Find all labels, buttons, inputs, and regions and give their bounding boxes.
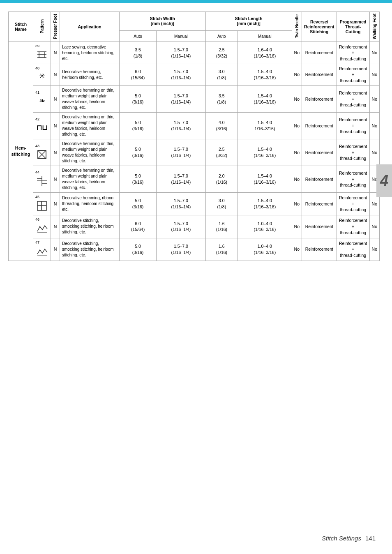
twin-needle-cell: No	[292, 192, 302, 215]
reverse-reinforcement-cell: Reinforcement	[302, 166, 337, 192]
presser-cell: N	[51, 112, 60, 139]
walking-foot-cell: No	[369, 112, 379, 139]
twin-needle-cell: No	[292, 42, 302, 64]
col-stitch-width: Stitch Width[mm (inch)]	[120, 12, 206, 31]
col-stitch-length: Stitch Length[mm (inch)]	[205, 12, 292, 31]
table-row: 46NDecorative stitching, smocking stitch…	[9, 215, 380, 238]
sw-auto-cell: 6.0(15/64)	[120, 215, 157, 238]
pattern-cell: 43	[33, 139, 51, 166]
sw-manual-cell: 1.5–7.0(1/16–1/4)	[157, 85, 206, 112]
pattern-cell: 44	[33, 166, 51, 192]
presser-cell: N	[51, 166, 60, 192]
col-application: Application	[60, 12, 120, 42]
table-row: 45NDecorative hemming, ribbon threading,…	[9, 192, 380, 215]
reverse-reinforcement-cell: Reinforcement	[302, 139, 337, 166]
subheader-sw-auto: Auto	[120, 30, 157, 42]
chapter-tab: 4	[376, 164, 392, 197]
sw-manual-cell: 1.5–7.0(1/16–1/4)	[157, 192, 206, 215]
reverse-reinforcement-cell: Reinforcement	[302, 112, 337, 139]
walking-foot-cell: No	[369, 42, 379, 64]
stitch-table: Stitch Name Pattern Presser Foot Applica…	[8, 12, 380, 261]
subheader-sl-auto: Auto	[205, 30, 238, 42]
presser-cell: N	[51, 139, 60, 166]
pattern-cell: 39	[33, 42, 51, 64]
table-row: 43NDecorative hemming on thin, medium we…	[9, 139, 380, 166]
col-stitch-name: Stitch Name	[9, 12, 33, 42]
table-row: 40✳NDecorative hemming, heirloom stitchi…	[9, 64, 380, 85]
col-twin-needle: Twin Needle	[292, 12, 302, 42]
programmed-thread-cutting-cell: Reinforcement +thread-cutting	[337, 139, 369, 166]
sl-auto-cell: 2.5(3/32)	[205, 42, 238, 64]
walking-foot-cell: No	[369, 64, 379, 85]
pattern-cell: 47	[33, 238, 51, 261]
application-cell: Decorative stitching, smocking stitching…	[60, 238, 120, 261]
twin-needle-cell: No	[292, 112, 302, 139]
sl-manual-cell: 1.5–4.0(1/16–3/16)	[238, 64, 292, 85]
application-cell: Decorative hemming, heirloom stitching, …	[60, 64, 120, 85]
sl-manual-cell: 1.0–4.0(1/16–3/16)	[238, 215, 292, 238]
twin-needle-cell: No	[292, 166, 302, 192]
subheader-sw-manual: Manual	[157, 30, 206, 42]
sw-auto-cell: 5.0(3/16)	[120, 139, 157, 166]
sw-manual-cell: 1.5–7.0(1/16–1/4)	[157, 166, 206, 192]
pattern-cell: 45	[33, 192, 51, 215]
reverse-reinforcement-cell: Reinforcement	[302, 215, 337, 238]
programmed-thread-cutting-cell: Reinforcement +thread-cutting	[337, 238, 369, 261]
programmed-thread-cutting-cell: Reinforcement +thread-cutting	[337, 192, 369, 215]
reverse-reinforcement-cell: Reinforcement	[302, 238, 337, 261]
col-walking-foot: Walking Foot	[369, 12, 379, 42]
sl-auto-cell: 3.5(1/8)	[205, 85, 238, 112]
table-row: 44NDecorative hemming on thin, medium we…	[9, 166, 380, 192]
programmed-thread-cutting-cell: Reinforcement +thread-cutting	[337, 166, 369, 192]
pattern-cell: 46	[33, 215, 51, 238]
presser-cell: N	[51, 192, 60, 215]
walking-foot-cell: No	[369, 238, 379, 261]
sl-auto-cell: 3.0(1/8)	[205, 64, 238, 85]
sl-auto-cell: 4.0(3/16)	[205, 112, 238, 139]
presser-cell: N	[51, 215, 60, 238]
table-row: 42⊓⊔NDecorative hemming on thin, medium …	[9, 112, 380, 139]
svg-rect-19	[37, 201, 46, 210]
programmed-thread-cutting-cell: Reinforcement +thread-cutting	[337, 42, 369, 64]
sl-auto-cell: 2.5(3/32)	[205, 139, 238, 166]
sl-auto-cell: 1.6(1/16)	[205, 215, 238, 238]
svg-text:⊓⊔: ⊓⊔	[37, 124, 48, 131]
sl-manual-cell: 1.5–4.0(1/16–3/16)	[238, 139, 292, 166]
sl-manual-cell: 1.5–4.01/16–3/16)	[238, 112, 292, 139]
twin-needle-cell: No	[292, 215, 302, 238]
application-cell: Decorative hemming on thin, medium weigh…	[60, 139, 120, 166]
reverse-reinforcement-cell: Reinforcement	[302, 64, 337, 85]
reverse-reinforcement-cell: Reinforcement	[302, 192, 337, 215]
walking-foot-cell: No	[369, 139, 379, 166]
sw-auto-cell: 5.0(3/16)	[120, 85, 157, 112]
walking-foot-cell: No	[369, 85, 379, 112]
presser-cell: N	[51, 64, 60, 85]
svg-text:❧: ❧	[39, 97, 45, 105]
reverse-reinforcement-cell: Reinforcement	[302, 42, 337, 64]
svg-text:✳: ✳	[39, 72, 45, 80]
twin-needle-cell: No	[292, 238, 302, 261]
sl-manual-cell: 1.6–4.0(1/16–3/16)	[238, 42, 292, 64]
programmed-thread-cutting-cell: Reinforcement +thread-cutting	[337, 215, 369, 238]
application-cell: Decorative hemming, ribbon threading, he…	[60, 192, 120, 215]
sw-auto-cell: 5.0(3/16)	[120, 166, 157, 192]
sw-manual-cell: 1.5–7.0(1/16–1/4)	[157, 64, 206, 85]
application-cell: Decorative hemming on thin, medium weigh…	[60, 85, 120, 112]
walking-foot-cell: No	[369, 215, 379, 238]
presser-cell: N	[51, 238, 60, 261]
sw-manual-cell: 1.5–7.0(1/16–1/4)	[157, 238, 206, 261]
sw-auto-cell: 6.0(15/64)	[120, 64, 157, 85]
sw-manual-cell: 1.5–7.0(1/16–1/4)	[157, 112, 206, 139]
col-reverse-reinforcement: Reverse/ReinforcementStitching	[302, 12, 337, 42]
programmed-thread-cutting-cell: Reinforcement +thread-cutting	[337, 64, 369, 85]
programmed-thread-cutting-cell: Reinforcement +thread-cutting	[337, 85, 369, 112]
sw-manual-cell: 1.5–7.0(1/16–1/4)	[157, 215, 206, 238]
col-pattern: Pattern	[33, 12, 51, 42]
twin-needle-cell: No	[292, 85, 302, 112]
table-row: 47NDecorative stitching, smocking stitch…	[9, 238, 380, 261]
sw-auto-cell: 5.0(3/16)	[120, 112, 157, 139]
col-presser-foot: Presser Foot	[51, 12, 60, 42]
programmed-thread-cutting-cell: Reinforcement +thread-cutting	[337, 112, 369, 139]
reverse-reinforcement-cell: Reinforcement	[302, 85, 337, 112]
pattern-cell: 42⊓⊔	[33, 112, 51, 139]
